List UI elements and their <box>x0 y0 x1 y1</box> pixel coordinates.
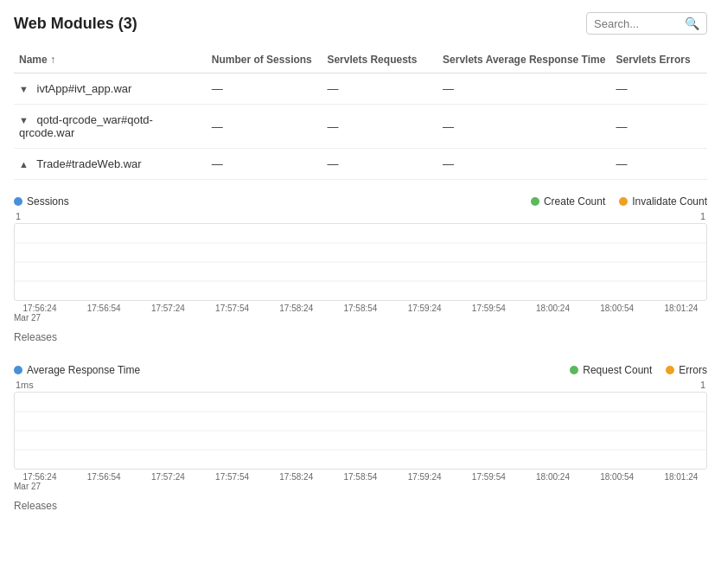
row-name-cell: ▲ Trade#tradeWeb.war <box>14 149 207 180</box>
row-errors-cell: — <box>611 105 707 149</box>
chart2-svg <box>15 393 706 469</box>
search-icon[interactable]: 🔍 <box>685 16 699 30</box>
row-avg-response-cell: — <box>437 74 611 105</box>
search-input[interactable] <box>594 17 685 30</box>
x-label: 18:01:24 <box>655 472 707 482</box>
chart1-y-labels: 1 1 <box>14 211 707 223</box>
table-row: ▲ Trade#tradeWeb.war — — — — <box>14 149 707 180</box>
x-label: 17:59:54 <box>463 472 514 482</box>
x-label: 17:59:54 <box>463 304 514 313</box>
row-avg-response-cell: — <box>437 105 611 149</box>
chart1-legend-left: Sessions <box>14 195 69 208</box>
legend-avg-response: Average Response Time <box>14 364 140 376</box>
expand-icon-row1[interactable]: ▼ <box>19 84 29 94</box>
legend-request-count: Request Count <box>570 364 652 376</box>
avg-response-dot <box>14 366 22 374</box>
chart1-legend-right: Create Count Invalidate Count <box>531 195 707 208</box>
col-header-name[interactable]: Name ↑ <box>14 47 207 74</box>
chart1-date: Mar 27 <box>14 313 707 328</box>
invalidate-count-label: Invalidate Count <box>632 195 707 208</box>
row-requests-cell: — <box>322 74 437 105</box>
chart2-date: Mar 27 <box>14 482 707 496</box>
create-count-label: Create Count <box>544 195 605 208</box>
avg-response-label: Average Response Time <box>27 364 140 376</box>
sessions-dot <box>14 197 22 206</box>
expand-icon-row2[interactable]: ▼ <box>19 115 29 125</box>
x-label: 17:58:24 <box>271 472 322 482</box>
x-label: 17:57:54 <box>207 304 258 313</box>
chart2-y-min: 1 <box>700 380 705 390</box>
x-label: 17:58:54 <box>335 472 386 482</box>
x-label: 17:58:24 <box>271 304 322 313</box>
expand-icon-row3[interactable]: ▲ <box>19 159 29 169</box>
row-name-cell: ▼ qotd-qrcode_war#qotd-qrcode.war <box>14 105 207 149</box>
request-count-label: Request Count <box>583 364 652 376</box>
chart1-y-min: 1 <box>700 211 705 221</box>
x-label: 17:59:24 <box>399 304 450 313</box>
x-label: 17:57:54 <box>207 472 258 482</box>
x-label: 17:57:24 <box>142 472 194 482</box>
chart1-x-labels: 17:56:24 17:56:54 17:57:24 17:57:54 17:5… <box>14 301 707 313</box>
legend-invalidate-count: Invalidate Count <box>619 195 707 208</box>
table-row: ▼ qotd-qrcode_war#qotd-qrcode.war — — — … <box>14 105 707 149</box>
row-requests-cell: — <box>322 105 437 149</box>
chart2-area <box>14 392 707 470</box>
legend-sessions: Sessions <box>14 195 69 208</box>
table-row: ▼ ivtApp#ivt_app.war — — — — <box>14 74 707 105</box>
table-container: Name ↑ Number of Sessions Servlets Reque… <box>0 47 721 180</box>
chart1-legend: Sessions Create Count Invalidate Count <box>14 195 707 208</box>
chart2-releases-label: Releases <box>14 496 707 519</box>
x-label: 18:01:24 <box>655 304 707 313</box>
page-header: Web Modules (3) 🔍 <box>0 0 721 47</box>
sort-asc-icon: ↑ <box>50 54 55 66</box>
create-count-dot <box>531 197 539 206</box>
row-requests-cell: — <box>322 149 437 180</box>
x-label: 18:00:54 <box>591 304 643 313</box>
chart2-legend: Average Response Time Request Count Erro… <box>14 364 707 376</box>
x-label: 18:00:54 <box>591 472 643 482</box>
chart1-svg <box>15 224 706 300</box>
col-header-avg-response: Servlets Average Response Time <box>437 47 611 74</box>
x-label: 17:56:24 <box>14 304 66 313</box>
chart1-releases-label: Releases <box>14 328 707 350</box>
web-modules-table: Name ↑ Number of Sessions Servlets Reque… <box>14 47 707 180</box>
page-title: Web Modules (3) <box>14 15 137 33</box>
row-sessions-cell: — <box>207 74 322 105</box>
legend-create-count: Create Count <box>531 195 605 208</box>
errors-dot <box>666 366 674 374</box>
row-name-cell: ▼ ivtApp#ivt_app.war <box>14 74 207 105</box>
chart2-legend-right: Request Count Errors <box>570 364 707 376</box>
row-errors-cell: — <box>611 74 707 105</box>
x-label: 17:56:54 <box>78 304 130 313</box>
request-count-dot <box>570 366 578 374</box>
col-header-requests: Servlets Requests <box>322 47 437 74</box>
chart1-y-max: 1 <box>16 211 21 221</box>
x-label: 17:57:24 <box>142 304 194 313</box>
x-label: 17:56:24 <box>14 472 66 482</box>
legend-errors: Errors <box>666 364 707 376</box>
chart2-x-labels: 17:56:24 17:56:54 17:57:24 17:57:54 17:5… <box>14 470 707 482</box>
search-box[interactable]: 🔍 <box>586 12 707 35</box>
row-sessions-cell: — <box>207 149 322 180</box>
x-label: 17:58:54 <box>335 304 386 313</box>
sessions-chart-section: Sessions Create Count Invalidate Count 1… <box>0 189 721 357</box>
avg-response-chart-section: Average Response Time Request Count Erro… <box>0 357 721 526</box>
sessions-label: Sessions <box>27 195 69 208</box>
row-avg-response-cell: — <box>437 149 611 180</box>
chart2-y-max: 1ms <box>16 380 34 390</box>
invalidate-count-dot <box>619 197 628 206</box>
errors-label: Errors <box>679 364 707 376</box>
table-header-row: Name ↑ Number of Sessions Servlets Reque… <box>14 47 707 74</box>
x-label: 17:56:54 <box>78 472 130 482</box>
row-sessions-cell: — <box>207 105 322 149</box>
col-header-errors: Servlets Errors <box>611 47 707 74</box>
row-errors-cell: — <box>611 149 707 180</box>
chart1-area <box>14 223 707 301</box>
chart2-legend-left: Average Response Time <box>14 364 140 376</box>
x-label: 17:59:24 <box>399 472 450 482</box>
col-header-sessions: Number of Sessions <box>207 47 322 74</box>
x-label: 18:00:24 <box>527 304 579 313</box>
x-label: 18:00:24 <box>527 472 579 482</box>
chart2-y-labels: 1ms 1 <box>14 380 707 392</box>
